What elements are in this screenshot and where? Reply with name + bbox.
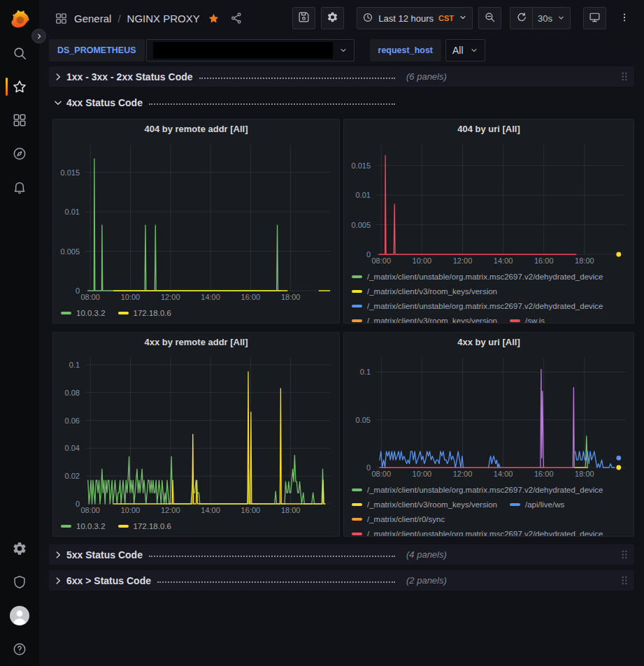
chevron-right-icon	[36, 30, 43, 43]
sidebar-expand-button[interactable]	[31, 29, 46, 43]
kebab-menu-button[interactable]	[613, 7, 636, 29]
legend-item[interactable]: 10.0.3.2	[61, 305, 106, 320]
variable-label-ds-prometheus[interactable]: DS_PROMETHEUS	[49, 39, 145, 61]
panel-legend: /_matrix/client/unstable/org.matrix.msc2…	[344, 267, 634, 323]
legend-item[interactable]: /sw.js	[510, 313, 545, 323]
panel-legend: 10.0.3.2172.18.0.6	[53, 303, 339, 323]
svg-text:14:00: 14:00	[201, 506, 220, 514]
dashboard-canvas: 1xx - 3xx - 2xx Status Code (6 panels) 4…	[39, 64, 644, 666]
panel-title[interactable]: 4xx by uri [All]	[344, 333, 634, 351]
legend-series-label: /_matrix/client/unstable/org.matrix.msc2…	[367, 302, 603, 310]
panel-title[interactable]: 404 by uri [All]	[344, 120, 634, 138]
time-series-chart[interactable]: 08:0010:0012:0014:0016:0018:0000.0050.01…	[344, 138, 634, 267]
time-series-chart[interactable]: 08:0010:0012:0014:0016:0018:0000.050.1	[344, 351, 634, 480]
legend-series-swatch	[510, 319, 520, 322]
sidebar-item-explore[interactable]	[0, 137, 39, 171]
datasource-select[interactable]	[146, 39, 355, 61]
panel-404-by-uri: 404 by uri [All] 08:0010:0012:0014:0016:…	[343, 119, 634, 324]
save-icon	[298, 11, 310, 25]
refresh-interval-dropdown[interactable]: 30s	[532, 7, 571, 29]
svg-text:18:00: 18:00	[575, 470, 594, 478]
panel-title[interactable]: 4xx by remote addr [All]	[53, 333, 339, 351]
sidebar-item-dashboards[interactable]	[0, 103, 39, 137]
legend-series-label: /_matrix/client/v3/room_keys/version	[367, 500, 497, 509]
favorite-star-icon[interactable]	[208, 13, 220, 24]
variable-label-request-host[interactable]: request_host	[370, 39, 442, 61]
chevron-right-icon	[53, 576, 63, 586]
row-dotted-leader	[157, 572, 395, 583]
legend-item[interactable]: 10.0.3.2	[61, 519, 106, 533]
legend-item[interactable]: /_matrix/client/unstable/org.matrix.msc2…	[352, 269, 603, 284]
svg-text:16:00: 16:00	[534, 256, 554, 265]
sidebar-item-help[interactable]	[0, 632, 39, 666]
sidebar-item-starred[interactable]	[0, 70, 39, 103]
breadcrumb-dashboard-title[interactable]: NGINX PROXY	[127, 13, 200, 24]
legend-series-swatch	[61, 312, 71, 314]
zoom-out-time-button[interactable]	[478, 7, 501, 29]
svg-text:0.04: 0.04	[65, 444, 80, 452]
legend-item[interactable]: /api/live/ws	[510, 497, 564, 512]
svg-text:08:00: 08:00	[371, 256, 391, 265]
row-5xx[interactable]: 5xx Status Code (4 panels)	[49, 544, 634, 565]
svg-text:0: 0	[76, 500, 80, 508]
svg-text:18:00: 18:00	[281, 293, 301, 301]
bell-icon	[12, 180, 27, 195]
row-title: 4xx Status Code	[66, 97, 143, 108]
row-drag-handle-icon[interactable]	[620, 71, 629, 82]
search-icon	[12, 45, 27, 61]
legend-item[interactable]: /_matrix/client/v3/room_keys/version	[352, 497, 497, 512]
row-panel-count: (4 panels)	[406, 549, 447, 560]
dashboard-settings-button[interactable]	[321, 7, 344, 29]
refresh-button[interactable]	[510, 7, 532, 29]
time-series-chart[interactable]: 08:0010:0012:0014:0016:0018:0000.0050.01…	[53, 138, 339, 303]
compass-icon	[12, 146, 27, 161]
dashboard-variables-bar: DS_PROMETHEUS request_host All	[39, 36, 644, 64]
row-drag-handle-icon[interactable]	[620, 574, 629, 586]
svg-text:0.015: 0.015	[60, 168, 80, 177]
svg-text:14:00: 14:00	[494, 470, 513, 478]
row-drag-handle-icon[interactable]	[620, 549, 629, 560]
panel-title[interactable]: 404 by remote addr [All]	[53, 120, 339, 138]
breadcrumb-separator: /	[117, 13, 120, 24]
legend-item[interactable]: /_matrix/client/unstable/org.matrix.msc2…	[352, 482, 603, 497]
sidebar-item-configuration[interactable]	[0, 532, 39, 565]
panel-legend: 10.0.3.2172.18.0.6	[53, 516, 339, 536]
row-panel-count: (6 panels)	[406, 71, 447, 82]
top-navbar: General / NGINX PROXY Last 12 h	[39, 0, 644, 36]
svg-text:10:00: 10:00	[413, 256, 432, 265]
sidebar-item-alerting[interactable]	[0, 171, 39, 204]
star-outline-icon	[12, 79, 27, 94]
legend-item[interactable]: /_matrix/client/unstable/org.matrix.msc2…	[352, 298, 603, 313]
breadcrumb: General / NGINX PROXY	[55, 12, 243, 25]
legend-item[interactable]: 172.18.0.6	[118, 305, 171, 320]
legend-item[interactable]: 172.18.0.6	[118, 519, 171, 533]
time-series-chart[interactable]: 08:0010:0012:0014:0016:0018:0000.020.040…	[53, 351, 339, 516]
sidebar-item-server-admin[interactable]	[0, 565, 39, 599]
row-title: 6xx > Status Code	[66, 575, 151, 586]
cycle-view-mode-button[interactable]	[583, 7, 606, 29]
legend-item[interactable]: /_matrix/client/v3/room_keys/version	[352, 284, 497, 298]
legend-series-swatch	[352, 290, 362, 293]
legend-series-label: 172.18.0.6	[134, 309, 171, 317]
timezone-label: CST	[438, 14, 454, 22]
chevron-down-icon	[459, 13, 467, 24]
row-6xx[interactable]: 6xx > Status Code (2 panels)	[49, 570, 634, 591]
legend-item[interactable]: /_matrix/client/unstable/org.matrix.msc2…	[352, 526, 603, 536]
svg-text:0.1: 0.1	[360, 368, 371, 376]
chevron-down-icon	[470, 46, 478, 55]
request-host-select[interactable]: All	[445, 39, 485, 61]
legend-item[interactable]: /_matrix/client/v3/room_keys/version	[352, 313, 497, 323]
legend-series-label: /_matrix/client/v3/room_keys/version	[367, 317, 497, 324]
share-icon[interactable]	[230, 12, 243, 24]
clock-icon	[362, 12, 373, 25]
save-dashboard-button[interactable]	[292, 7, 315, 29]
svg-text:18:00: 18:00	[575, 256, 594, 265]
time-range-picker[interactable]: Last 12 hours CST	[357, 7, 473, 29]
row-1xx-3xx-2xx[interactable]: 1xx - 3xx - 2xx Status Code (6 panels)	[49, 66, 634, 87]
legend-item[interactable]: /_matrix/client/r0/sync	[352, 512, 445, 526]
sidebar-item-profile[interactable]	[0, 599, 39, 632]
breadcrumb-section[interactable]: General	[74, 13, 111, 24]
svg-text:14:00: 14:00	[201, 293, 220, 301]
svg-text:08:00: 08:00	[371, 470, 391, 478]
row-4xx[interactable]: 4xx Status Code	[49, 92, 634, 113]
